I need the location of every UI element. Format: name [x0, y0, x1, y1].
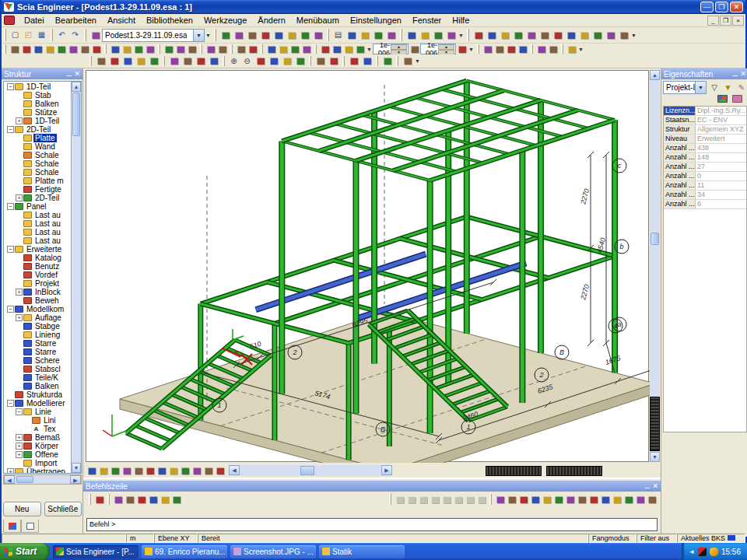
snap-tools-tool-3-icon[interactable]: [517, 495, 529, 505]
history-tool-1-icon[interactable]: [265, 44, 277, 54]
view-presets-tool-5-icon[interactable]: [524, 29, 538, 41]
project-file-combo[interactable]: Podest1.3-29.11.09.esa▼: [102, 29, 205, 42]
tree-item-last-au[interactable]: Last au: [4, 228, 71, 236]
snap-tools-tool-12-icon[interactable]: [622, 495, 634, 505]
tree-item-stabscl[interactable]: Stabscl: [4, 365, 71, 373]
property-value[interactable]: EC - ENV: [696, 116, 746, 124]
snap-tools-tool-5-icon[interactable]: [541, 495, 552, 505]
plane-tool-icon[interactable]: [456, 44, 468, 54]
cursor-tool-1-icon[interactable]: [93, 495, 105, 505]
geometry-edit-tool-1-icon[interactable]: [109, 44, 121, 54]
tree-item-balken[interactable]: Balken: [4, 382, 71, 390]
libraries-tool-6-icon[interactable]: [285, 29, 298, 41]
view-rotate-tool-1-icon[interactable]: [94, 55, 107, 68]
coordinate-tools-tool-2-icon[interactable]: [124, 495, 135, 505]
collapse-icon[interactable]: −: [7, 83, 14, 90]
snap-tools-tool-2-icon[interactable]: [506, 495, 517, 505]
tree-item-lini[interactable]: Lini: [4, 416, 71, 425]
tree-item-stütze[interactable]: Stütze: [4, 108, 71, 117]
print-icon[interactable]: ▤: [331, 29, 345, 41]
copy-paste-tool-1-icon[interactable]: [482, 44, 493, 54]
canvas-horizontal-scrollbar[interactable]: ◀ ▶: [229, 465, 392, 476]
tree-item-katalog[interactable]: Katalog: [4, 254, 71, 262]
new-button[interactable]: Neu: [3, 502, 41, 516]
close-icon[interactable]: ✕: [740, 70, 746, 78]
bcs-tool-1-icon[interactable]: [381, 55, 394, 68]
snap-tools-tool-7-icon[interactable]: [564, 495, 576, 505]
display-tools-tool-5-icon[interactable]: [132, 466, 144, 476]
snap-tools-tool-8-icon[interactable]: [576, 495, 587, 505]
dark-slider-vertical[interactable]: [650, 397, 660, 451]
zoom-out-icon[interactable]: ⊖: [240, 55, 254, 68]
tree-item-last-au[interactable]: Last au: [4, 211, 71, 219]
expand-icon[interactable]: +: [16, 451, 23, 458]
menu-einstellungen[interactable]: Einstellungen: [345, 15, 407, 26]
tray-app-icon[interactable]: [698, 548, 707, 556]
angle-tool-icon[interactable]: [409, 44, 420, 54]
dark-slider-1[interactable]: [486, 466, 542, 476]
open-icon[interactable]: ◰: [22, 29, 35, 41]
view-rotate-tool-3-icon[interactable]: [121, 55, 134, 68]
dropdown-icon[interactable]: ▼: [468, 47, 475, 52]
tree-item-2d-teil[interactable]: −2D-Teil: [4, 125, 71, 134]
view-presets-tool-6-icon[interactable]: [538, 29, 551, 41]
property-row[interactable]: Anzahl ...34: [664, 191, 746, 200]
selection-tool-1-icon[interactable]: [163, 44, 174, 54]
menu-datei[interactable]: Datei: [19, 15, 50, 26]
coordinate-tools-tool-3-icon[interactable]: [135, 495, 147, 505]
selection-tool-3-icon[interactable]: [186, 44, 198, 54]
tree-item-import[interactable]: Import: [4, 459, 71, 467]
menu-ändern[interactable]: Ändern: [252, 15, 290, 26]
close-icon[interactable]: ✕: [652, 482, 658, 490]
capture-tool-4-icon[interactable]: [444, 29, 458, 41]
tree-item-panel[interactable]: −Panel: [4, 202, 71, 211]
member-edit-tool-5-icon[interactable]: [55, 44, 67, 54]
collapse-icon[interactable]: −: [7, 126, 14, 133]
libraries-tool-7-icon[interactable]: [298, 29, 311, 41]
render-tool-2-icon[interactable]: [360, 55, 374, 68]
capture-tool-3-icon[interactable]: [431, 29, 444, 41]
tree-item-körper[interactable]: +Körper: [4, 442, 71, 450]
menu-werkzeuge[interactable]: Werkzeuge: [198, 15, 252, 26]
save-icon[interactable]: ▦: [35, 29, 48, 41]
property-row[interactable]: Anzahl ...0: [664, 172, 746, 181]
spinner-arrows-icon[interactable]: ▲▼: [391, 44, 408, 54]
tree-item-balken[interactable]: Balken: [4, 100, 71, 108]
spinner-arrows-icon[interactable]: ▲▼: [438, 44, 455, 54]
member-edit-tool-1-icon[interactable]: [9, 44, 20, 54]
line-draw-tool-4-icon[interactable]: [429, 495, 440, 505]
display-tools-tool-4-icon[interactable]: [121, 466, 132, 476]
zoom-lock-icon[interactable]: [280, 55, 293, 68]
collapse-icon[interactable]: −: [7, 246, 14, 253]
geometry-edit-tool-4-icon[interactable]: [144, 44, 156, 54]
view-presets-tool-10-icon[interactable]: [591, 29, 604, 41]
tree-item-auflage[interactable]: +Auflage: [4, 313, 71, 322]
tolerance-spinner-1[interactable]: 1e-006▲▼: [373, 44, 409, 54]
tree-item-vordef[interactable]: Vordef: [4, 271, 71, 279]
display-tools-tool-11-icon[interactable]: [202, 466, 214, 476]
visibility-tool-2-icon[interactable]: [547, 44, 559, 54]
dark-slider-2[interactable]: [546, 466, 602, 476]
report-icon[interactable]: [384, 29, 398, 41]
view-presets-tool-2-icon[interactable]: [485, 29, 498, 41]
tree-item-stab[interactable]: Stab: [4, 91, 71, 100]
collapse-icon[interactable]: −: [7, 203, 14, 210]
geometry-edit-tool-2-icon[interactable]: [121, 44, 132, 54]
close-button[interactable]: ✕: [730, 2, 743, 12]
pencil-icon[interactable]: ✎: [736, 82, 747, 93]
scroll-right-icon[interactable]: ▶: [381, 465, 392, 475]
tab-layers[interactable]: [21, 520, 39, 533]
collapse-icon[interactable]: −: [16, 408, 23, 415]
tree-item-starre[interactable]: Starre: [4, 339, 71, 348]
view-presets-tool-1-icon[interactable]: [472, 29, 485, 41]
line-draw-tool-3-icon[interactable]: [417, 495, 429, 505]
scroll-thumb[interactable]: [72, 93, 80, 136]
project-folder-tool-1-icon[interactable]: [566, 44, 577, 54]
dropdown-icon[interactable]: ▼: [205, 33, 212, 38]
expand-icon[interactable]: +: [16, 314, 23, 321]
axis-views-tool-4-icon[interactable]: [207, 55, 220, 68]
zoom-all-icon[interactable]: [267, 55, 280, 68]
member-edit-tool-6-icon[interactable]: [67, 44, 79, 54]
menu-bibliotheken[interactable]: Bibliotheken: [141, 15, 198, 26]
tree-item-last-au[interactable]: Last au: [4, 219, 71, 228]
